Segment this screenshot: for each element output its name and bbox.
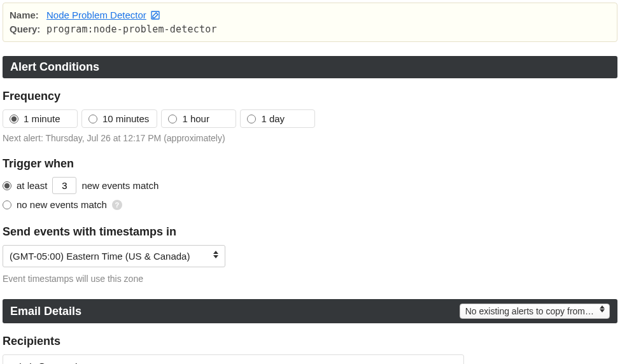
email-details-title: Email Details — [10, 305, 81, 318]
email-details-header: Email Details No existing alerts to copy… — [3, 299, 617, 323]
trigger-count-input[interactable] — [52, 177, 76, 194]
trigger-heading: Trigger when — [3, 157, 617, 171]
frequency-option-label: 10 minutes — [102, 113, 149, 124]
name-label: Name: — [10, 8, 46, 22]
timezone-note: Event timestamps will use this zone — [3, 274, 617, 284]
copy-from-select[interactable]: No existing alerts to copy from… — [460, 304, 610, 319]
trigger-at-least-suffix: new events match — [81, 180, 159, 191]
help-icon[interactable]: ? — [112, 200, 122, 210]
trigger-at-least-prefix: at least — [17, 180, 47, 191]
edit-icon[interactable] — [150, 10, 160, 20]
alert-name-link[interactable]: Node Problem Detector — [46, 8, 146, 22]
alert-conditions-header: Alert Conditions — [3, 56, 617, 78]
recipients-input[interactable] — [3, 354, 464, 364]
next-alert-note: Next alert: Thursday, Jul 26 at 12:17 PM… — [3, 133, 617, 143]
trigger-at-least-row: at least new events match — [3, 177, 617, 194]
frequency-option-label: 1 day — [261, 113, 285, 124]
trigger-no-new-row: no new events match ? — [3, 199, 617, 210]
trigger-radio-at-least[interactable] — [3, 181, 11, 190]
query-info-box: Name: Node Problem Detector Query: progr… — [3, 3, 617, 42]
timezone-heading: Send events with timestamps in — [3, 225, 617, 239]
query-label: Query: — [10, 22, 46, 36]
frequency-option-label: 1 hour — [182, 113, 209, 124]
frequency-option-1-hour[interactable]: 1 hour — [161, 109, 236, 128]
frequency-options: 1 minute 10 minutes 1 hour 1 day — [3, 109, 617, 128]
trigger-radio-no-new[interactable] — [3, 200, 11, 209]
frequency-heading: Frequency — [3, 90, 617, 103]
frequency-radio-1-day[interactable] — [247, 115, 256, 123]
frequency-radio-1-minute[interactable] — [10, 115, 18, 123]
frequency-option-label: 1 minute — [24, 113, 60, 124]
frequency-option-10-minutes[interactable]: 10 minutes — [81, 109, 157, 128]
frequency-radio-1-hour[interactable] — [168, 115, 177, 123]
frequency-radio-10-minutes[interactable] — [88, 115, 97, 123]
alert-conditions-title: Alert Conditions — [10, 60, 99, 74]
frequency-option-1-day[interactable]: 1 day — [240, 109, 315, 128]
recipients-heading: Recipients — [3, 335, 617, 348]
timezone-value: (GMT-05:00) Eastern Time (US & Canada) — [10, 251, 190, 262]
timezone-select[interactable]: (GMT-05:00) Eastern Time (US & Canada) — [3, 245, 225, 267]
trigger-no-new-label: no new events match — [17, 199, 107, 210]
query-value: program:node-problem-detector — [46, 22, 217, 36]
copy-from-placeholder: No existing alerts to copy from… — [465, 306, 594, 316]
frequency-option-1-minute[interactable]: 1 minute — [3, 109, 78, 128]
